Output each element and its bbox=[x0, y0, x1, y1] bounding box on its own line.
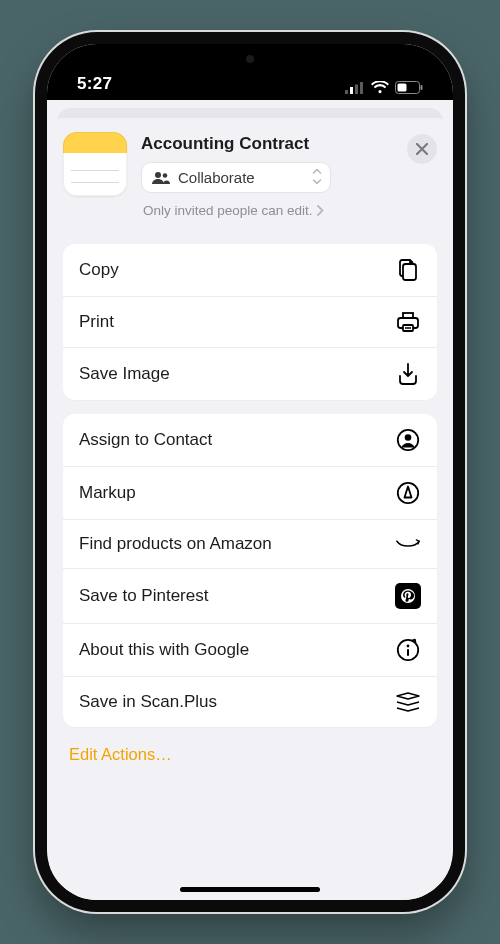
status-time: 5:27 bbox=[77, 74, 112, 94]
svg-point-8 bbox=[163, 173, 168, 178]
share-header-main: Accounting Contract Collaborate Only inv… bbox=[141, 132, 437, 218]
action-label: Save Image bbox=[79, 364, 170, 384]
amazon-icon bbox=[395, 537, 421, 551]
action-scanplus[interactable]: Save in Scan.Plus bbox=[63, 676, 437, 727]
wifi-icon bbox=[371, 81, 389, 94]
collaborate-label: Collaborate bbox=[178, 169, 255, 186]
google-info-icon bbox=[395, 638, 421, 662]
action-print[interactable]: Print bbox=[63, 296, 437, 347]
notch bbox=[165, 44, 335, 74]
action-assign-contact[interactable]: Assign to Contact bbox=[63, 414, 437, 466]
share-sheet: Accounting Contract Collaborate Only inv… bbox=[49, 118, 451, 900]
cellular-icon bbox=[345, 82, 365, 94]
scanplus-icon bbox=[395, 691, 421, 713]
svg-rect-0 bbox=[345, 90, 348, 94]
svg-rect-11 bbox=[403, 313, 413, 318]
action-amazon[interactable]: Find products on Amazon bbox=[63, 519, 437, 568]
svg-rect-2 bbox=[355, 84, 358, 94]
close-button[interactable] bbox=[407, 134, 437, 164]
copy-icon bbox=[395, 258, 421, 282]
svg-rect-3 bbox=[360, 82, 363, 94]
action-google-about[interactable]: About this with Google bbox=[63, 623, 437, 676]
save-image-icon bbox=[395, 362, 421, 386]
home-indicator[interactable] bbox=[180, 887, 320, 892]
share-permissions-row[interactable]: Only invited people can edit. bbox=[143, 203, 437, 218]
action-markup[interactable]: Markup bbox=[63, 466, 437, 519]
action-save-image[interactable]: Save Image bbox=[63, 347, 437, 400]
action-label: Assign to Contact bbox=[79, 430, 212, 450]
action-group-1: Copy Print Save Image bbox=[63, 244, 437, 400]
action-group-2: Assign to Contact Markup Find products o… bbox=[63, 414, 437, 727]
screen: 5:27 Accounting Contract Collaborate bbox=[47, 44, 453, 900]
print-icon bbox=[395, 311, 421, 333]
action-label: Print bbox=[79, 312, 114, 332]
share-header: Accounting Contract Collaborate Only inv… bbox=[63, 132, 437, 218]
svg-rect-1 bbox=[350, 87, 353, 94]
chevron-up-down-icon bbox=[312, 168, 322, 187]
iphone-frame: 5:27 Accounting Contract Collaborate bbox=[35, 32, 465, 912]
contact-icon bbox=[395, 428, 421, 452]
share-permissions-label: Only invited people can edit. bbox=[143, 203, 313, 218]
markup-icon bbox=[395, 481, 421, 505]
action-label: About this with Google bbox=[79, 640, 249, 660]
notes-app-icon bbox=[63, 132, 127, 196]
svg-rect-6 bbox=[421, 85, 423, 90]
battery-icon bbox=[395, 81, 423, 94]
action-pinterest[interactable]: Save to Pinterest bbox=[63, 568, 437, 623]
document-title: Accounting Contract bbox=[141, 134, 437, 154]
close-icon bbox=[416, 143, 428, 155]
svg-point-15 bbox=[405, 434, 412, 441]
action-label: Copy bbox=[79, 260, 119, 280]
people-icon bbox=[152, 172, 170, 184]
action-copy[interactable]: Copy bbox=[63, 244, 437, 296]
svg-point-7 bbox=[155, 172, 161, 178]
collaborate-selector[interactable]: Collaborate bbox=[141, 162, 331, 193]
svg-rect-5 bbox=[398, 84, 407, 92]
edit-actions-link[interactable]: Edit Actions… bbox=[69, 745, 431, 764]
action-label: Save in Scan.Plus bbox=[79, 692, 217, 712]
status-icons bbox=[345, 81, 423, 94]
svg-point-19 bbox=[407, 645, 410, 648]
action-label: Find products on Amazon bbox=[79, 534, 272, 554]
pinterest-icon bbox=[395, 583, 421, 609]
svg-rect-9 bbox=[403, 264, 416, 280]
action-label: Markup bbox=[79, 483, 136, 503]
svg-rect-20 bbox=[407, 649, 409, 656]
chevron-right-icon bbox=[317, 205, 324, 216]
action-label: Save to Pinterest bbox=[79, 586, 208, 606]
